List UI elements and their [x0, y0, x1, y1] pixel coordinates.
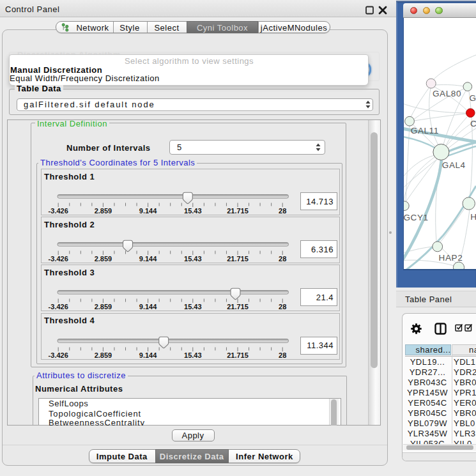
svg-text:2.859: 2.859 — [95, 351, 112, 359]
svg-text:2.859: 2.859 — [95, 207, 112, 215]
svg-text:H: H — [470, 212, 476, 222]
svg-text:-3.426: -3.426 — [49, 303, 68, 311]
svg-text:HAP2: HAP2 — [439, 253, 463, 263]
svg-text:15.43: 15.43 — [184, 255, 202, 263]
svg-text:28: 28 — [279, 255, 286, 263]
svg-text:GCY1: GCY1 — [404, 213, 429, 222]
svg-text:GAL80: GAL80 — [433, 89, 461, 98]
svg-text:21.715: 21.715 — [227, 255, 249, 263]
svg-text:2.859: 2.859 — [95, 303, 112, 311]
svg-text:GAL11: GAL11 — [411, 126, 439, 135]
svg-text:2.859: 2.859 — [95, 255, 112, 263]
svg-text:GAL4: GAL4 — [442, 160, 466, 170]
svg-text:21.715: 21.715 — [227, 303, 249, 311]
svg-text:9.144: 9.144 — [139, 303, 157, 311]
svg-text:C: C — [470, 119, 476, 128]
svg-text:-3.426: -3.426 — [49, 207, 68, 215]
svg-text:-3.426: -3.426 — [49, 351, 68, 359]
svg-text:G.: G. — [470, 93, 476, 103]
svg-text:21.715: 21.715 — [227, 207, 249, 215]
svg-text:21.715: 21.715 — [227, 351, 249, 359]
svg-text:9.144: 9.144 — [139, 207, 157, 215]
svg-text:28: 28 — [279, 351, 286, 359]
svg-text:15.43: 15.43 — [184, 303, 202, 311]
svg-text:9.144: 9.144 — [139, 351, 157, 359]
svg-text:28: 28 — [279, 303, 286, 311]
svg-text:15.43: 15.43 — [184, 207, 202, 215]
svg-text:-3.426: -3.426 — [49, 255, 68, 263]
svg-text:28: 28 — [279, 207, 286, 215]
svg-text:9.144: 9.144 — [139, 255, 157, 263]
svg-text:15.43: 15.43 — [184, 351, 202, 359]
